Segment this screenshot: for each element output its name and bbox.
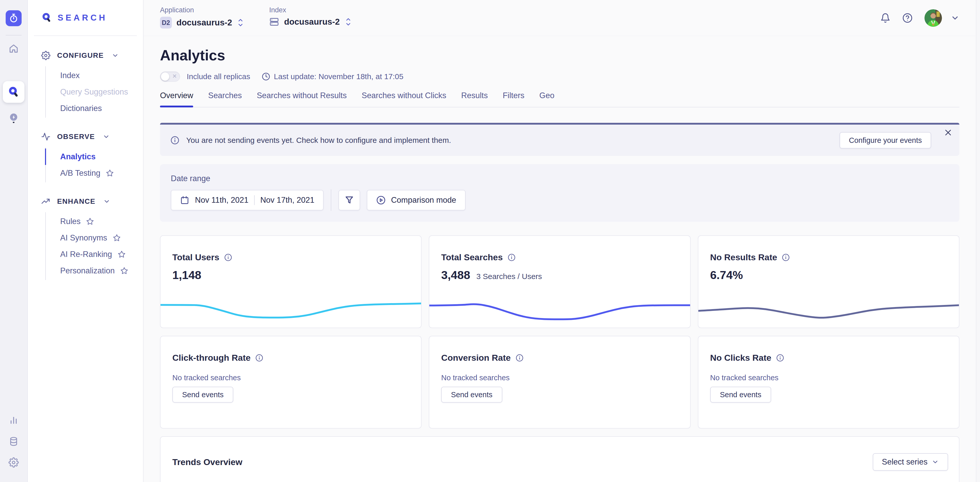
- sparkline-total-users: [161, 295, 421, 325]
- card-title: No Results Rate: [710, 252, 777, 262]
- chevron-down-icon[interactable]: [951, 14, 959, 22]
- card-title: Click-through Rate: [172, 353, 251, 363]
- section-label: OBSERVE: [57, 133, 95, 141]
- topbar-actions: [880, 0, 959, 36]
- bar-chart-icon[interactable]: [8, 415, 19, 425]
- configure-items: Index Query Suggestions Dictionaries: [45, 66, 143, 118]
- filter-button[interactable]: [339, 190, 360, 211]
- tab-searches[interactable]: Searches: [208, 91, 242, 107]
- stepper-icon[interactable]: [344, 17, 352, 27]
- sidebar-item-index[interactable]: Index: [46, 67, 143, 84]
- tab-geo[interactable]: Geo: [539, 91, 555, 107]
- brand-logo[interactable]: SEARCH: [34, 0, 137, 36]
- avatar[interactable]: [924, 9, 942, 27]
- sidebar-item-label: Personalization: [60, 266, 115, 276]
- tab-searches-without-clicks[interactable]: Searches without Clicks: [362, 91, 446, 107]
- search-icon: [8, 86, 19, 98]
- chevron-down-icon: [103, 198, 110, 205]
- kpi-grid-row1: Total Users 1,148 Total Searches: [160, 235, 959, 328]
- tab-filters[interactable]: Filters: [503, 91, 524, 107]
- info-icon[interactable]: [255, 354, 263, 362]
- tab-searches-without-results[interactable]: Searches without Results: [257, 91, 347, 107]
- sidebar-item-ab-testing[interactable]: A/B Testing: [46, 165, 143, 181]
- info-icon[interactable]: [776, 354, 784, 362]
- sidebar-item-label: Rules: [60, 217, 81, 226]
- info-icon[interactable]: [515, 354, 524, 362]
- help-icon[interactable]: [902, 13, 913, 23]
- info-icon[interactable]: [782, 253, 790, 262]
- scrollbar[interactable]: [976, 0, 980, 482]
- sidebar-item-ai-re-ranking[interactable]: AI Re-Ranking: [46, 246, 143, 263]
- close-icon[interactable]: [944, 128, 952, 137]
- info-icon: [170, 136, 180, 145]
- card-no-clicks-rate: No Clicks Rate No tracked searches Send …: [698, 336, 959, 428]
- tab-results[interactable]: Results: [461, 91, 488, 107]
- configure-events-button[interactable]: Configure your events: [840, 132, 931, 149]
- section-label: ENHANCE: [57, 197, 95, 206]
- sidebar-item-label: Query Suggestions: [60, 87, 128, 97]
- trends-overview-card: Trends Overview Select series: [160, 436, 959, 482]
- sparkline-no-results-rate: [698, 295, 959, 325]
- rail-item-search-active[interactable]: [3, 81, 24, 103]
- card-click-through-rate: Click-through Rate No tracked searches S…: [160, 336, 422, 428]
- sidebar-item-query-suggestions[interactable]: Query Suggestions: [46, 84, 143, 100]
- sidebar-item-label: Index: [60, 71, 80, 80]
- sidebar-item-dictionaries[interactable]: Dictionaries: [46, 100, 143, 117]
- sidebar-item-rules[interactable]: Rules: [46, 213, 143, 230]
- date-range-button[interactable]: Nov 11th, 2021 Nov 17th, 2021: [171, 190, 324, 211]
- application-selector[interactable]: Application D2 docusaurus-2: [160, 0, 244, 36]
- home-icon[interactable]: [8, 43, 19, 54]
- events-banner: You are not sending events yet. Check ho…: [160, 123, 959, 156]
- comparison-mode-button[interactable]: Comparison mode: [367, 190, 465, 211]
- select-series-button[interactable]: Select series: [873, 453, 948, 471]
- tab-overview[interactable]: Overview: [160, 91, 193, 107]
- page-title: Analytics: [160, 47, 959, 64]
- banner-top-border: [160, 123, 959, 125]
- analytics-tabs: Overview Searches Searches without Resul…: [160, 91, 959, 108]
- star-icon[interactable]: [86, 217, 94, 225]
- star-icon[interactable]: [106, 169, 114, 177]
- gear-icon[interactable]: [8, 457, 19, 468]
- stepper-icon[interactable]: [237, 18, 244, 27]
- info-icon[interactable]: [224, 253, 232, 262]
- icon-rail: [0, 0, 28, 482]
- banner-message: You are not sending events yet. Check ho…: [186, 136, 451, 145]
- include-replicas-toggle[interactable]: ✕: [160, 71, 180, 82]
- send-events-button[interactable]: Send events: [710, 387, 771, 403]
- info-icon[interactable]: [508, 253, 516, 262]
- card-title: Conversion Rate: [441, 353, 511, 363]
- app-logo-tile[interactable]: [6, 10, 22, 26]
- content: Analytics ✕ Include all replicas Last up…: [143, 36, 976, 482]
- chevron-down-icon: [111, 52, 119, 59]
- database-icon[interactable]: [8, 436, 19, 447]
- star-icon[interactable]: [120, 267, 128, 275]
- send-events-button[interactable]: Send events: [441, 387, 502, 403]
- select-series-label: Select series: [882, 457, 928, 466]
- card-total-users: Total Users 1,148: [160, 235, 422, 328]
- index-selector[interactable]: Index docusaurus-2: [269, 0, 352, 36]
- index-value: docusaurus-2: [284, 17, 339, 27]
- section-label: CONFIGURE: [57, 51, 104, 60]
- bell-icon[interactable]: [880, 13, 891, 23]
- lightbulb-icon[interactable]: [8, 113, 19, 124]
- section-enhance[interactable]: ENHANCE: [41, 194, 143, 209]
- section-configure[interactable]: CONFIGURE: [41, 48, 143, 63]
- star-icon[interactable]: [113, 234, 121, 242]
- date-end: Nov 17th, 2021: [260, 195, 314, 205]
- observe-items: Analytics A/B Testing: [45, 147, 143, 182]
- star-icon[interactable]: [118, 251, 126, 258]
- card-value: 3,488: [441, 268, 470, 282]
- section-observe[interactable]: OBSERVE: [41, 130, 143, 144]
- card-note: 3 Searches / Users: [476, 272, 542, 281]
- gear-icon: [41, 51, 51, 60]
- send-events-button[interactable]: Send events: [172, 387, 233, 403]
- empty-state-message: No tracked searches: [172, 374, 421, 382]
- main-area: Application D2 docusaurus-2 Index: [143, 0, 976, 482]
- sidebar-item-analytics[interactable]: Analytics: [45, 149, 143, 165]
- card-total-searches: Total Searches 3,488 3 Searches / Users: [429, 235, 690, 328]
- sidebar-item-label: AI Re-Ranking: [60, 250, 112, 259]
- empty-state-message: No tracked searches: [441, 374, 690, 382]
- sidebar-item-ai-synonyms[interactable]: AI Synonyms: [46, 230, 143, 246]
- sidebar-item-personalization[interactable]: Personalization: [46, 263, 143, 279]
- chevron-down-icon: [932, 458, 939, 466]
